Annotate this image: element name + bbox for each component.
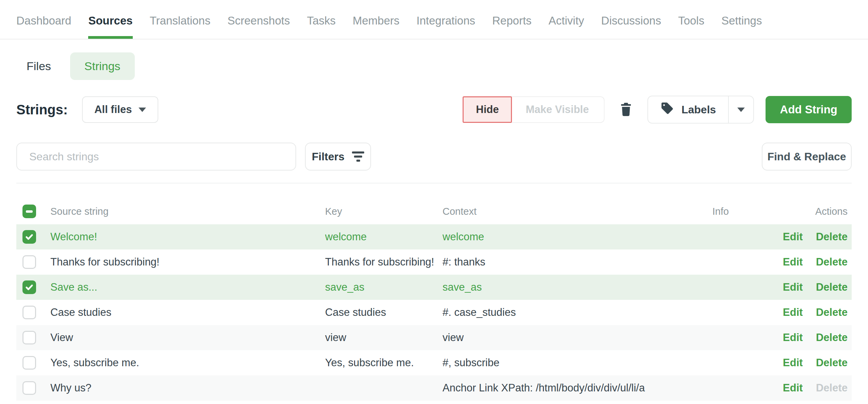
cell-context: welcome	[443, 231, 695, 243]
find-replace-button[interactable]: Find & Replace	[762, 143, 852, 171]
delete-link[interactable]: Delete	[816, 306, 848, 318]
cell-source-string: Welcome!	[50, 231, 325, 243]
filters-button-label: Filters	[312, 150, 344, 163]
check-icon	[25, 232, 34, 241]
table-header-row: Source string Key Context Info Actions	[16, 198, 852, 224]
select-all-checkbox[interactable]	[22, 205, 36, 218]
cell-context: #, subscribe	[443, 357, 695, 369]
filter-icon	[352, 151, 364, 162]
table-row: Case studies Case studies #. case_studie…	[16, 300, 852, 325]
chevron-down-icon	[139, 108, 146, 112]
edit-link[interactable]: Edit	[783, 281, 803, 293]
row-check-cell	[16, 255, 50, 269]
tab-files[interactable]: Files	[16, 52, 61, 80]
row-check-cell	[16, 230, 50, 244]
tab-strings[interactable]: Strings	[70, 52, 135, 80]
page-title: Strings:	[16, 102, 68, 117]
cell-actions: Edit Delete	[746, 332, 852, 344]
nav-tab-members[interactable]: Members	[353, 0, 400, 39]
labels-dropdown-toggle[interactable]	[728, 96, 753, 123]
delete-link[interactable]: Delete	[816, 357, 848, 369]
row-check-cell	[16, 381, 50, 395]
header-source-string: Source string	[50, 206, 325, 217]
row-check-cell	[16, 280, 50, 294]
cell-context: #. case_studies	[443, 306, 695, 319]
search-row: Filters Find & Replace	[0, 143, 868, 171]
cell-key: view	[325, 332, 443, 344]
cell-context: #: thanks	[443, 256, 695, 268]
cell-context: view	[443, 332, 695, 344]
nav-tab-translations[interactable]: Translations	[150, 0, 211, 39]
cell-source-string: Thanks for subscribing!	[50, 256, 325, 268]
table-row: View view view Edit Delete	[16, 325, 852, 350]
row-checkbox[interactable]	[22, 381, 36, 395]
delete-link[interactable]: Delete	[816, 281, 848, 293]
row-check-cell	[16, 331, 50, 344]
cell-key: Yes, subscribe me.	[325, 357, 443, 369]
delete-link[interactable]: Delete	[816, 332, 848, 343]
file-filter-dropdown[interactable]: All files	[82, 96, 158, 123]
cell-source-string: Why us?	[50, 382, 325, 394]
row-check-cell	[16, 356, 50, 370]
cell-source-string: Case studies	[50, 306, 325, 319]
toolbar-right: Hide Make Visible Labels	[463, 96, 852, 124]
cell-actions: Edit Delete	[746, 281, 852, 293]
edit-link[interactable]: Edit	[783, 382, 803, 394]
nav-tab-settings[interactable]: Settings	[721, 0, 762, 39]
file-filter-label: All files	[94, 103, 132, 116]
source-view-tabs: Files Strings	[0, 52, 868, 80]
chevron-down-icon	[737, 108, 745, 112]
cell-source-string: View	[50, 332, 325, 344]
cell-key: welcome	[325, 231, 443, 243]
nav-tab-tasks[interactable]: Tasks	[307, 0, 336, 39]
delete-selected-button[interactable]	[620, 101, 632, 118]
nav-tab-discussions[interactable]: Discussions	[601, 0, 661, 39]
nav-tab-integrations[interactable]: Integrations	[417, 0, 475, 39]
header-actions: Actions	[746, 206, 852, 217]
nav-tab-dashboard[interactable]: Dashboard	[16, 0, 71, 39]
filters-button[interactable]: Filters	[305, 143, 371, 171]
delete-link[interactable]: Delete	[816, 231, 848, 243]
table-row: Save as... save_as save_as Edit Delete	[16, 275, 852, 300]
cell-key: Thanks for subscribing!	[325, 256, 443, 268]
header-info: Info	[695, 206, 746, 217]
edit-link[interactable]: Edit	[783, 332, 803, 343]
cell-actions: Edit Delete	[746, 382, 852, 394]
nav-tab-reports[interactable]: Reports	[492, 0, 532, 39]
table-body: Welcome! welcome welcome Edit Delete Tha…	[16, 224, 852, 401]
labels-button-label: Labels	[681, 103, 716, 116]
row-checkbox[interactable]	[22, 306, 36, 319]
nav-tab-tools[interactable]: Tools	[678, 0, 704, 39]
row-checkbox[interactable]	[22, 356, 36, 370]
make-visible-button[interactable]: Make Visible	[511, 96, 605, 123]
edit-link[interactable]: Edit	[783, 357, 803, 369]
row-checkbox[interactable]	[22, 331, 36, 344]
nav-tab-screenshots[interactable]: Screenshots	[227, 0, 290, 39]
indeterminate-icon	[26, 210, 33, 213]
project-strings-page: DashboardSourcesTranslationsScreenshotsT…	[0, 0, 868, 404]
table-row: Why us? Anchor Link XPath: /html/body/di…	[16, 375, 852, 401]
visibility-button-group: Hide Make Visible	[463, 96, 605, 123]
nav-tab-sources[interactable]: Sources	[88, 0, 132, 39]
cell-key: Case studies	[325, 306, 443, 319]
toolbar-left: Strings: All files	[16, 96, 158, 123]
row-checkbox[interactable]	[22, 255, 36, 269]
top-navigation: DashboardSourcesTranslationsScreenshotsT…	[0, 0, 868, 39]
delete-link[interactable]: Delete	[816, 256, 848, 268]
table-row: Welcome! welcome welcome Edit Delete	[16, 224, 852, 249]
labels-split-button: Labels	[647, 96, 754, 124]
add-string-button[interactable]: Add String	[766, 96, 852, 123]
row-checkbox[interactable]	[22, 230, 36, 244]
search-input[interactable]	[16, 143, 296, 171]
edit-link[interactable]: Edit	[783, 306, 803, 318]
hide-button[interactable]: Hide	[463, 96, 512, 123]
labels-button[interactable]: Labels	[648, 96, 728, 123]
edit-link[interactable]: Edit	[783, 256, 803, 268]
delete-link: Delete	[816, 382, 848, 394]
nav-tab-activity[interactable]: Activity	[549, 0, 584, 39]
cell-actions: Edit Delete	[746, 306, 852, 319]
edit-link[interactable]: Edit	[783, 231, 803, 243]
cell-context: save_as	[443, 281, 695, 293]
row-checkbox[interactable]	[22, 280, 36, 294]
cell-actions: Edit Delete	[746, 357, 852, 369]
